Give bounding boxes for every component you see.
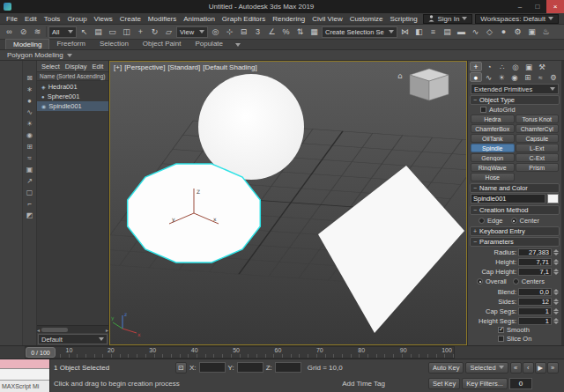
- y-coord-field[interactable]: [237, 362, 263, 373]
- window-crossing-icon[interactable]: ◫: [120, 26, 133, 39]
- key-filters-button[interactable]: Key Filters...: [462, 378, 508, 389]
- rollout-creation-method[interactable]: Creation Method: [470, 205, 560, 215]
- spinner-arrows[interactable]: [553, 318, 559, 324]
- objtype-prism[interactable]: Prism: [516, 163, 560, 172]
- listener-pane[interactable]: [0, 369, 49, 380]
- explorer-menu-display[interactable]: Display: [63, 63, 90, 70]
- select-and-manipulate-icon[interactable]: ⊹: [223, 26, 236, 39]
- unlink-selection-icon[interactable]: ⊘: [17, 26, 30, 39]
- selection-filter-dropdown[interactable]: All: [48, 26, 77, 38]
- objtype-chamfercyl[interactable]: ChamferCyl: [516, 124, 560, 133]
- spinner-value-field[interactable]: 1: [518, 307, 552, 315]
- objtype-hose[interactable]: Hose: [471, 173, 515, 181]
- ribbon-tab-populate[interactable]: Populate: [188, 39, 230, 49]
- objtype-chamferbox[interactable]: ChamferBox: [471, 124, 515, 133]
- explorer-show-materials-icon[interactable]: ◩: [24, 211, 35, 220]
- helpers-category-icon[interactable]: ⊞: [522, 72, 534, 82]
- auto-key-button[interactable]: Auto Key: [428, 362, 464, 374]
- explorer-show-all-icon[interactable]: ∗: [24, 85, 35, 94]
- creation-center[interactable]: Center: [511, 217, 540, 225]
- spinner-arrows[interactable]: [553, 269, 559, 275]
- menu-rendering[interactable]: Rendering: [269, 15, 308, 23]
- select-and-link-icon[interactable]: ∞: [3, 26, 16, 39]
- menu-tools[interactable]: Tools: [41, 15, 64, 23]
- mirror-icon[interactable]: ⋈: [398, 26, 412, 39]
- play-button[interactable]: ▶: [535, 362, 546, 374]
- edit-named-sets-icon[interactable]: ▦: [308, 26, 321, 39]
- hierarchy-tab-icon[interactable]: ∴: [496, 62, 508, 71]
- ribbon-tab-selection[interactable]: Selection: [93, 39, 136, 49]
- viewport-canvas[interactable]: Z x y ⌂ x y z: [110, 62, 466, 344]
- snap-toggle-3d-icon[interactable]: 3: [251, 26, 264, 39]
- cameras-category-icon[interactable]: ◉: [508, 72, 521, 82]
- align-icon[interactable]: ◧: [412, 26, 426, 39]
- modify-tab-icon[interactable]: ◔: [483, 62, 495, 71]
- key-mode-dropdown[interactable]: Selected: [465, 362, 508, 374]
- explorer-lock-icon[interactable]: ⊠: [24, 73, 35, 83]
- objtype-l-ext[interactable]: L-Ext: [516, 144, 560, 152]
- spinner-snap-icon[interactable]: ⇅: [293, 26, 307, 39]
- menu-customize[interactable]: Customize: [346, 15, 387, 23]
- blend-overall[interactable]: Overall: [477, 277, 507, 285]
- ribbon-minimize-icon[interactable]: [235, 43, 241, 47]
- select-and-move-icon[interactable]: +: [134, 26, 147, 39]
- viewcube-home-icon[interactable]: ⌂: [397, 71, 403, 80]
- x-coord-field[interactable]: [199, 362, 226, 373]
- polygon-modeling-panel[interactable]: Polygon Modeling: [7, 51, 63, 59]
- ribbon-tab-freeform[interactable]: Freeform: [49, 39, 92, 49]
- previous-frame-button[interactable]: ‹: [523, 362, 534, 374]
- explorer-show-xrefs-icon[interactable]: ↗: [24, 176, 35, 186]
- objtype-torus-knot[interactable]: Torus Knot: [516, 115, 560, 123]
- reference-coordinate-dropdown[interactable]: View: [176, 26, 208, 38]
- motion-tab-icon[interactable]: ◎: [509, 62, 522, 71]
- viewport-label-segment[interactable]: [+]: [114, 63, 122, 71]
- explorer-show-lights-icon[interactable]: ☀: [24, 119, 35, 129]
- scene-item-spindle001[interactable]: ◉ Spindle001: [37, 101, 108, 111]
- explorer-show-spacewarps-icon[interactable]: ≈: [24, 153, 35, 163]
- spinner-value-field[interactable]: 7,71: [518, 258, 552, 266]
- select-by-name-icon[interactable]: ▤: [92, 26, 105, 39]
- rollout-name-and-color[interactable]: Name and Color: [470, 183, 560, 193]
- check-smooth[interactable]: Smooth: [468, 326, 561, 334]
- explorer-horizontal-scrollbar[interactable]: ◂▸: [37, 325, 108, 333]
- scrollbar-thumb[interactable]: [41, 328, 68, 332]
- explorer-show-shapes-icon[interactable]: ∿: [24, 107, 35, 117]
- maximize-button[interactable]: □: [529, 0, 546, 13]
- sphere-object[interactable]: [198, 74, 304, 180]
- select-object-icon[interactable]: ↖: [78, 26, 91, 39]
- select-and-rotate-icon[interactable]: ↻: [148, 26, 161, 39]
- menu-modifiers[interactable]: Modifiers: [145, 15, 180, 23]
- objtype-hedra[interactable]: Hedra: [471, 115, 515, 123]
- explorer-show-geometry-icon[interactable]: ●: [24, 96, 35, 106]
- menu-scripting[interactable]: Scripting: [386, 15, 420, 23]
- material-editor-icon[interactable]: ●: [497, 26, 510, 39]
- rollout-parameters[interactable]: Parameters: [470, 237, 560, 247]
- menu-edit[interactable]: Edit: [21, 15, 41, 23]
- explorer-show-cameras-icon[interactable]: ◉: [24, 130, 35, 140]
- viewport-label-segment[interactable]: [Default Shading]: [203, 63, 256, 71]
- spacewarps-category-icon[interactable]: ≈: [535, 72, 547, 82]
- set-key-button[interactable]: Set Key: [428, 378, 460, 389]
- utilities-tab-icon[interactable]: ⚒: [536, 62, 548, 71]
- select-and-scale-icon[interactable]: ▱: [162, 26, 175, 39]
- layer-explorer-toggle-icon[interactable]: ▤: [441, 26, 454, 39]
- menu-civil-view[interactable]: Civil View: [308, 15, 346, 23]
- macro-recorder-pane[interactable]: [0, 359, 49, 369]
- schematic-view-icon[interactable]: ◇: [483, 26, 496, 39]
- objtype-oiltank[interactable]: OilTank: [471, 134, 515, 143]
- explorer-column-header[interactable]: Name (Sorted Ascending): [37, 71, 108, 81]
- objtype-ringwave[interactable]: RingWave: [471, 163, 515, 172]
- menu-create[interactable]: Create: [116, 15, 145, 23]
- autogrid-checkbox[interactable]: [480, 107, 486, 113]
- ribbon-tab-modeling[interactable]: Modeling: [5, 39, 49, 49]
- explorer-show-containers-icon[interactable]: ▢: [24, 188, 35, 197]
- spinner-value-field[interactable]: 1: [518, 317, 552, 325]
- menu-file[interactable]: File: [3, 15, 21, 23]
- spinner-value-field[interactable]: 27,383: [518, 248, 552, 256]
- time-ruler[interactable]: 0102030405060708090100: [25, 346, 455, 359]
- spinner-arrows[interactable]: [553, 289, 559, 295]
- angle-snap-icon[interactable]: ∠: [265, 26, 278, 39]
- render-production-icon[interactable]: ♨: [539, 26, 553, 39]
- primitive-category-dropdown[interactable]: Extended Primitives: [471, 84, 559, 94]
- menu-views[interactable]: Views: [91, 15, 116, 23]
